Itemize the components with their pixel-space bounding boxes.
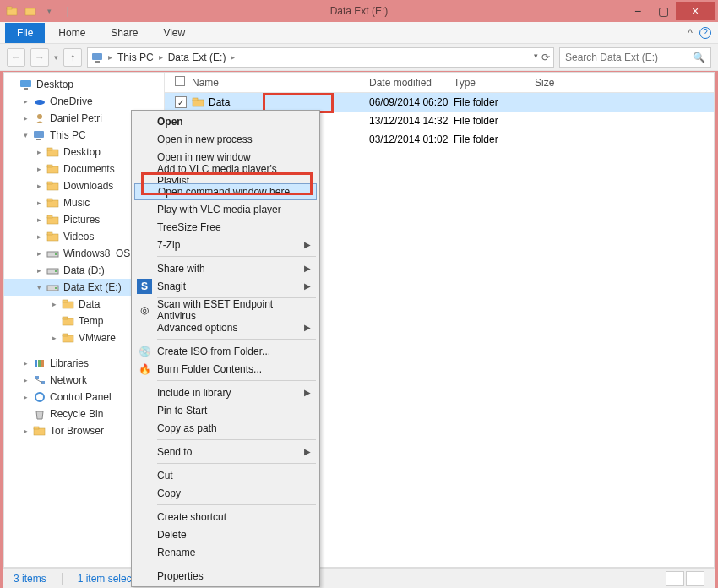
- menu-item[interactable]: SSnagit▶: [133, 277, 318, 295]
- menu-separator: [157, 439, 316, 440]
- menu-item[interactable]: TreeSize Free: [133, 218, 318, 236]
- tree-item[interactable]: ▸OneDrive: [4, 93, 164, 110]
- menu-item[interactable]: Open command window here: [134, 183, 317, 200]
- menu-item[interactable]: Include in library▶: [133, 384, 318, 401]
- file-date: 06/09/2014 06:20: [366, 96, 450, 108]
- expander-icon[interactable]: ▾: [35, 283, 43, 291]
- expander-icon[interactable]: ▸: [35, 165, 43, 173]
- column-size[interactable]: Size: [531, 77, 714, 89]
- menu-item[interactable]: ◎Scan with ESET Endpoint Antivirus: [133, 301, 318, 318]
- expander-icon[interactable]: ▸: [35, 266, 43, 275]
- menu-item[interactable]: Cut: [133, 466, 318, 484]
- breadcrumb-this-pc[interactable]: This PC: [116, 52, 155, 63]
- menu-item[interactable]: Play with VLC media player: [133, 200, 318, 218]
- tab-share[interactable]: Share: [99, 24, 150, 42]
- refresh-icon[interactable]: ⟳: [541, 52, 550, 63]
- history-dropdown-icon[interactable]: ▾: [54, 53, 58, 62]
- expander-icon[interactable]: ▸: [50, 334, 58, 342]
- menu-item[interactable]: 🔥Burn Folder Contents...: [133, 360, 318, 378]
- select-all-checkbox[interactable]: [175, 76, 185, 86]
- folder-icon: [62, 331, 75, 345]
- menu-item[interactable]: Open in new process: [133, 130, 318, 148]
- svg-point-28: [55, 287, 57, 289]
- tree-item-label: Videos: [63, 231, 94, 242]
- minimize-button[interactable]: −: [625, 2, 650, 20]
- menu-item[interactable]: Send to▶: [133, 443, 318, 460]
- svg-point-24: [55, 253, 57, 255]
- breadcrumb-drive[interactable]: Data Ext (E:): [166, 52, 228, 63]
- expander-icon[interactable]: ▸: [21, 359, 30, 368]
- expander-icon[interactable]: ▸: [35, 215, 43, 224]
- expander-icon[interactable]: ▾: [21, 131, 30, 139]
- tree-item-label: Libraries: [50, 357, 89, 369]
- help-icon[interactable]: ?: [699, 27, 711, 39]
- tab-view[interactable]: View: [151, 24, 197, 42]
- svg-point-26: [55, 270, 57, 272]
- row-checkbox[interactable]: ✓: [175, 96, 187, 108]
- tree-item-label: Downloads: [63, 180, 113, 192]
- expander-icon[interactable]: ▸: [35, 232, 43, 241]
- tree-item[interactable]: Desktop: [4, 76, 164, 93]
- titlebar[interactable]: ▾ | Data Ext (E:) − ▢ ×: [0, 0, 718, 22]
- svg-point-8: [37, 114, 42, 119]
- context-menu[interactable]: OpenOpen in new processOpen in new windo…: [131, 110, 320, 587]
- svg-point-7: [35, 100, 45, 105]
- expander-icon[interactable]: ▸: [35, 249, 43, 258]
- expander-icon[interactable]: ▸: [21, 97, 30, 106]
- expander-icon[interactable]: ▸: [50, 300, 58, 308]
- svg-rect-5: [20, 80, 31, 87]
- up-button[interactable]: ↑: [63, 48, 82, 67]
- view-details-button[interactable]: [666, 571, 684, 586]
- menu-item[interactable]: Open: [133, 112, 318, 130]
- file-tab[interactable]: File: [5, 23, 45, 43]
- back-button[interactable]: ←: [7, 48, 25, 67]
- menu-item[interactable]: Delete: [133, 525, 318, 543]
- menu-separator: [157, 504, 316, 505]
- expander-icon[interactable]: ▸: [35, 148, 43, 156]
- expander-icon[interactable]: ▸: [21, 376, 30, 384]
- expander-icon[interactable]: ▸: [21, 114, 30, 122]
- search-box[interactable]: 🔍: [559, 47, 711, 68]
- menu-item[interactable]: Create shortcut: [133, 508, 318, 525]
- menu-item[interactable]: Properties: [133, 567, 318, 585]
- menu-item-label: TreeSize Free: [157, 221, 221, 233]
- file-row[interactable]: ✓Data06/09/2014 06:20File folder: [165, 93, 714, 112]
- menu-item[interactable]: Copy as path: [133, 419, 318, 437]
- workspace: Desktop▸OneDrive▸Daniel Petri▾This PC▸De…: [3, 72, 715, 568]
- forward-button[interactable]: →: [30, 48, 49, 67]
- menu-item[interactable]: Copy: [133, 484, 318, 502]
- close-button[interactable]: ×: [676, 2, 715, 20]
- address-bar[interactable]: ▸ This PC ▸ Data Ext (E:) ▸ ▾ ⟳: [87, 47, 554, 68]
- column-date[interactable]: Date modified: [366, 77, 450, 89]
- address-dropdown-icon[interactable]: ▾: [534, 52, 538, 63]
- menu-item[interactable]: Pin to Start: [133, 401, 318, 419]
- expander-icon[interactable]: ▸: [21, 393, 30, 401]
- menu-item[interactable]: 💿Create ISO from Folder...: [133, 342, 318, 360]
- maximize-button[interactable]: ▢: [650, 2, 676, 20]
- column-name[interactable]: Name: [188, 77, 366, 89]
- menu-item[interactable]: Advanced options▶: [133, 318, 318, 336]
- svg-rect-10: [36, 139, 41, 140]
- menu-item[interactable]: Rename: [133, 543, 318, 561]
- expander-icon[interactable]: ▸: [21, 427, 30, 435]
- submenu-arrow-icon: ▶: [304, 240, 311, 249]
- expander-icon[interactable]: ▸: [35, 182, 43, 190]
- svg-rect-34: [63, 334, 68, 336]
- qat-dropdown-icon[interactable]: ▾: [41, 3, 57, 19]
- menu-item[interactable]: 7-Zip▶: [133, 236, 318, 253]
- tab-home[interactable]: Home: [46, 24, 97, 42]
- menu-item[interactable]: Share with▶: [133, 259, 318, 277]
- svg-rect-4: [95, 61, 100, 63]
- menu-separator: [157, 564, 316, 564]
- svg-rect-30: [63, 300, 68, 302]
- menu-item[interactable]: Add to VLC media player's Playlist: [133, 166, 318, 183]
- file-type: File folder: [450, 133, 531, 145]
- tree-item-label: Control Panel: [50, 391, 112, 403]
- search-input[interactable]: [565, 52, 705, 63]
- qat-new-folder-icon[interactable]: [22, 3, 39, 19]
- ribbon-expand-icon[interactable]: ^: [688, 27, 693, 39]
- view-thumbnails-button[interactable]: [686, 571, 704, 586]
- column-type[interactable]: Type: [450, 77, 531, 89]
- expander-icon[interactable]: ▸: [35, 199, 43, 207]
- tree-item-label: Data (D:): [63, 264, 105, 276]
